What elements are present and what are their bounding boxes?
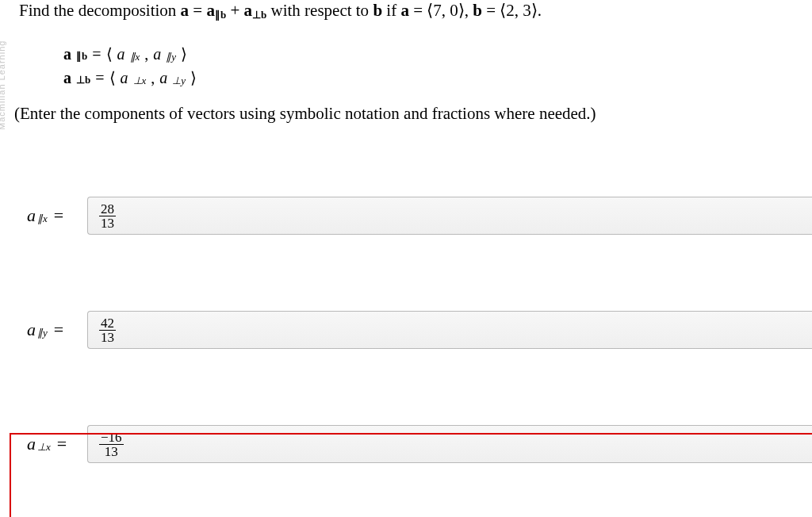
eq: = — [54, 320, 63, 340]
open: ⟨ — [106, 42, 113, 66]
vec-aperp: a — [244, 1, 253, 20]
numerator: 42 — [99, 316, 116, 331]
vec-apar: a — [206, 1, 215, 20]
vec-b2: b — [473, 1, 482, 20]
def-row-perp: a⊥b = ⟨a⊥x, a⊥y⟩ — [63, 66, 812, 90]
sub-par: ∥b — [215, 9, 226, 21]
text: with respect to — [266, 1, 373, 20]
text: = ⟨2, 3⟩. — [482, 1, 542, 20]
vec-a2: a — [400, 1, 409, 20]
lhs-a: a — [63, 66, 71, 90]
answers-section: a∥x = 28 13 a∥y = 42 13 — [19, 197, 812, 463]
def-row-parallel: a∥b = ⟨a∥x, a∥y⟩ — [63, 42, 812, 66]
answer-row-parallel-y: a∥y = 42 13 — [19, 311, 812, 349]
c1a: a — [121, 66, 128, 90]
text: = — [189, 1, 206, 20]
instruction-text: (Enter the components of vectors using s… — [14, 104, 812, 124]
c2sub: ⊥y — [172, 69, 186, 93]
text: Find the decomposition — [19, 1, 181, 20]
close: ⟩ — [181, 42, 187, 66]
text: = ⟨7, 0⟩, — [409, 1, 473, 20]
close: ⟩ — [190, 66, 197, 90]
c1a: a — [117, 42, 125, 66]
c2a: a — [153, 42, 161, 66]
denominator: 13 — [103, 445, 120, 458]
denominator: 13 — [99, 331, 116, 344]
answer-label: a∥x = — [19, 205, 87, 226]
vec-a: a — [181, 1, 190, 20]
sub: ⊥x — [37, 441, 51, 454]
sub-perp: ⊥b — [252, 9, 266, 21]
comma: , — [144, 42, 148, 66]
text: + — [226, 1, 243, 20]
var: a — [27, 205, 36, 226]
answer-input[interactable]: −16 13 — [87, 425, 812, 463]
answer-label: a∥y = — [19, 320, 87, 340]
answer-fraction: −16 13 — [99, 431, 124, 458]
open: ⟨ — [109, 66, 116, 90]
var: a — [27, 320, 36, 340]
lhs-a: a — [63, 42, 71, 66]
comma: , — [151, 66, 155, 90]
numerator: 28 — [99, 202, 116, 216]
sub: ∥y — [37, 327, 48, 339]
denominator: 13 — [99, 216, 116, 230]
eq: = — [92, 42, 101, 66]
eq: = — [54, 205, 63, 226]
problem-statement: Find the decomposition a = a∥b + a⊥b wit… — [19, 0, 812, 23]
lhs-sub: ⊥b — [76, 68, 90, 92]
text: if — [382, 1, 400, 20]
sub: ∥x — [37, 213, 48, 225]
lhs-sub: ∥b — [76, 44, 87, 68]
vector-definitions: a∥b = ⟨a∥x, a∥y⟩ a⊥b = ⟨a⊥x, a⊥y⟩ — [63, 42, 812, 90]
vec-b: b — [373, 1, 382, 20]
c1sub: ⊥x — [133, 69, 147, 93]
answer-label: a⊥x = — [19, 434, 87, 454]
c1sub: ∥x — [130, 45, 140, 69]
eq: = — [57, 434, 67, 454]
answer-fraction: 28 13 — [99, 202, 116, 230]
answer-input[interactable]: 42 13 — [87, 311, 812, 349]
eq: = — [95, 66, 104, 90]
c2sub: ∥y — [166, 45, 176, 69]
answer-row-parallel-x: a∥x = 28 13 — [19, 197, 812, 235]
watermark-text: Macmillan Learning — [0, 40, 6, 130]
answer-fraction: 42 13 — [99, 316, 116, 344]
answer-input[interactable]: 28 13 — [87, 197, 812, 235]
problem-content: Find the decomposition a = a∥b + a⊥b wit… — [0, 0, 812, 463]
answer-row-perp-x: a⊥x = −16 13 — [19, 425, 812, 463]
c2a: a — [159, 66, 167, 90]
numerator: −16 — [99, 431, 124, 445]
var: a — [27, 434, 36, 454]
